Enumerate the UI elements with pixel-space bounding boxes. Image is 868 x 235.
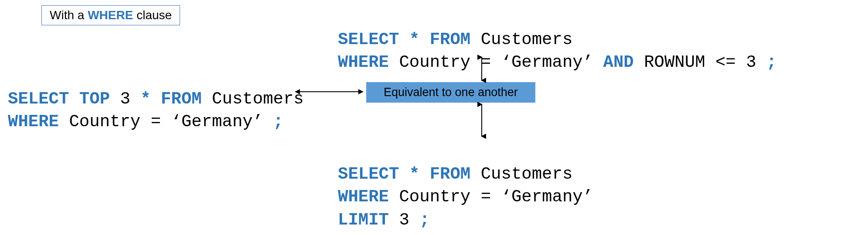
txt-sp3 — [419, 165, 429, 184]
header-suffix: clause — [133, 8, 172, 22]
code-left: SELECT TOP 3 * FROM Customers WHERE Coun… — [8, 65, 304, 134]
txt-3b: 3 — [389, 211, 419, 230]
txt-sp — [151, 90, 161, 109]
kw-select-top: SELECT TOP — [8, 90, 110, 109]
code-bottom: SELECT * FROM Customers WHERE Country = … — [338, 140, 593, 232]
txt-country2: Country = ‘Germany’ — [389, 53, 603, 72]
txt-customers: Customers — [202, 90, 304, 109]
txt-country3: Country = ‘Germany’ — [389, 187, 593, 207]
kw-from: FROM — [161, 90, 202, 109]
kw-select-star: SELECT * — [338, 30, 419, 49]
equivalent-box: Equivalent to one another — [366, 82, 535, 103]
txt-rownum: ROWNUM <= 3 — [634, 53, 766, 72]
kw-from3: FROM — [430, 165, 471, 184]
header-box: With a WHERE clause — [41, 5, 180, 25]
kw-where2: WHERE — [338, 53, 389, 72]
txt-sp2 — [419, 30, 429, 49]
kw-where: WHERE — [8, 112, 59, 131]
txt-3: 3 — [110, 90, 140, 109]
kw-semi3: ; — [419, 211, 429, 230]
arrow-top-icon — [477, 55, 486, 83]
txt-customers2: Customers — [470, 30, 572, 49]
kw-from2: FROM — [430, 30, 471, 49]
equiv-label: Equivalent to one another — [384, 86, 518, 99]
kw-semi: ; — [273, 112, 283, 131]
kw-star: * — [140, 90, 150, 109]
arrow-bottom-icon — [477, 102, 486, 139]
kw-limit: LIMIT — [338, 211, 389, 230]
kw-semi2: ; — [766, 53, 776, 72]
kw-select-star3: SELECT * — [338, 165, 419, 184]
kw-where3: WHERE — [338, 187, 389, 207]
code-top: SELECT * FROM Customers WHERE Country = … — [338, 5, 776, 74]
header-prefix: With a — [50, 8, 88, 22]
kw-and: AND — [603, 53, 634, 72]
txt-country: Country = ‘Germany’ — [59, 112, 273, 131]
header-keyword: WHERE — [88, 8, 133, 22]
arrow-left-icon — [292, 87, 366, 96]
txt-customers3: Customers — [470, 165, 572, 184]
